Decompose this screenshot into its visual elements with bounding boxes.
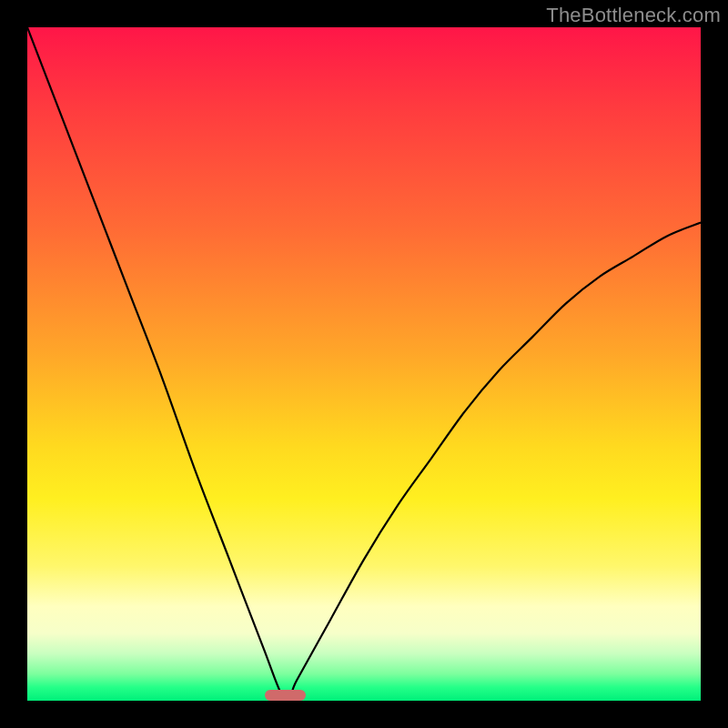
- watermark-text: TheBottleneck.com: [546, 4, 721, 27]
- chart-frame: TheBottleneck.com: [0, 0, 728, 728]
- bottleneck-curve: [27, 27, 701, 701]
- plot-area: [27, 27, 701, 701]
- minimum-marker: [265, 690, 305, 701]
- curve-path: [27, 27, 701, 701]
